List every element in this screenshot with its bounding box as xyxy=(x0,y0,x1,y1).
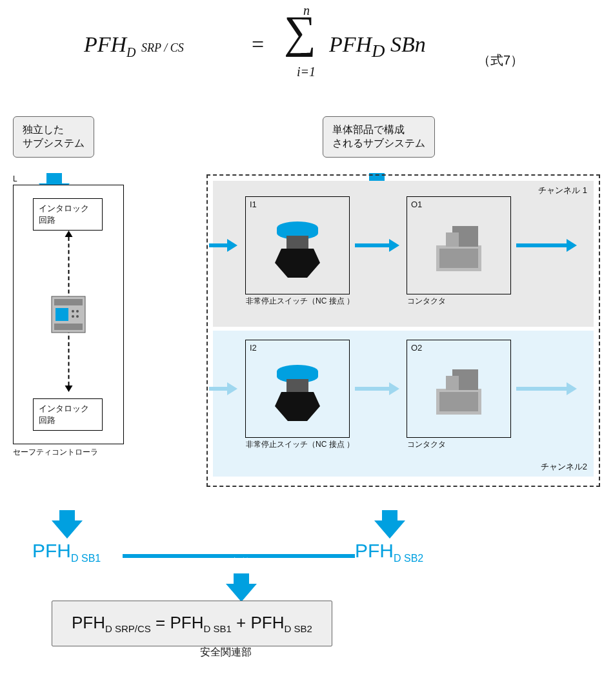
label-component-subsystem: 単体部品で構成 されるサブシステム xyxy=(323,116,435,158)
svg-rect-14 xyxy=(439,249,478,268)
sigma-icon: ∑ xyxy=(284,6,316,58)
pfh-sb1-sub: D SB1 xyxy=(71,553,101,564)
pfh-sb2-sub: D SB2 xyxy=(394,553,423,564)
channel-2-label: チャンネル2 xyxy=(541,461,587,473)
final-l: PFH xyxy=(72,613,105,632)
svg-rect-23 xyxy=(439,392,478,411)
final-r-sub: D SB2 xyxy=(285,623,312,634)
svg-rect-20 xyxy=(286,379,308,392)
o2-cell: O2 コンタクタ xyxy=(407,340,511,438)
svg-marker-12 xyxy=(275,249,320,278)
channel-1: チャンネル 1 I1 非常停止スイッチ（NC 接点 ） O1 xyxy=(213,181,594,327)
eq7-lhs: PFHD SRP / CS xyxy=(84,32,184,60)
o2-tag: O2 xyxy=(411,343,422,353)
svg-rect-16 xyxy=(446,232,459,247)
contactor-icon xyxy=(430,363,488,424)
final-caption: 安全関連部 xyxy=(200,646,252,659)
down-arrow-icon xyxy=(226,584,257,602)
label-independent-subsystem: 独立した サブシステム xyxy=(13,116,94,158)
svg-rect-25 xyxy=(446,376,459,390)
down-arrow-icon xyxy=(52,520,83,539)
svg-marker-21 xyxy=(275,392,320,421)
equation-7: PFHD SRP / CS = n ∑ i=1 PFHD SBn （式7） xyxy=(13,13,600,90)
o1-tag: O1 xyxy=(411,200,422,209)
o1-caption: コンタクタ xyxy=(407,296,446,307)
svg-point-4 xyxy=(72,310,74,313)
safety-controller-block: L インタロック 回路 インタロック 回路 セーフティコントローラ xyxy=(13,174,142,458)
pfh-sb1: PFHD SB1 xyxy=(32,540,101,564)
eq7-rhs-base: PFH xyxy=(329,32,372,56)
eq7-sigma-bottom: i=1 xyxy=(297,65,316,79)
add-label: 加算 xyxy=(232,557,250,568)
pfh-sb1-base: PFH xyxy=(32,540,71,561)
o1-cell: O1 コンタクタ xyxy=(407,196,511,294)
final-m-sub: D SB1 xyxy=(204,623,232,634)
i1-caption: 非常停止スイッチ（NC 接点 ） xyxy=(246,296,354,307)
eq7-label: （式7） xyxy=(477,52,523,69)
channel-2: チャンネル2 I2 非常停止スイッチ（NC 接点 ） O2 xyxy=(213,331,594,477)
eq7-lhs-sub2: SRP / CS xyxy=(141,41,184,54)
add-arrow: 加算 xyxy=(226,584,257,602)
channel-1-label: チャンネル 1 xyxy=(538,185,587,196)
svg-rect-11 xyxy=(286,236,308,249)
eq7-rhs: PFHD SBn xyxy=(329,32,426,61)
final-plus: + xyxy=(236,613,250,632)
svg-point-7 xyxy=(76,315,79,318)
i2-caption: 非常停止スイッチ（NC 接点 ） xyxy=(246,439,354,450)
convert-arrow-left: 変換 xyxy=(52,520,83,539)
down-arrow-icon xyxy=(374,520,405,539)
i2-cell: I2 非常停止スイッチ（NC 接点 ） xyxy=(245,340,350,438)
i1-tag: I1 xyxy=(250,200,257,209)
final-m: PFH xyxy=(170,613,204,632)
safety-controller-icon xyxy=(50,295,86,336)
i1-cell: I1 非常停止スイッチ（NC 接点 ） xyxy=(245,196,350,294)
svg-point-6 xyxy=(72,315,74,318)
svg-rect-1 xyxy=(54,299,83,305)
convert-label: 変換 xyxy=(381,493,399,505)
safety-controller-caption: セーフティコントローラ xyxy=(13,447,142,458)
eq7-lhs-base: PFH xyxy=(84,32,126,56)
contactor-icon xyxy=(430,220,488,280)
corner-label-L: L xyxy=(13,174,142,183)
pfh-sb2: PFHD SB2 xyxy=(355,540,423,564)
final-r: PFH xyxy=(251,613,285,632)
svg-rect-2 xyxy=(54,324,83,330)
eq7-rhs-sub1: D xyxy=(372,41,385,61)
final-eq: = xyxy=(156,613,170,632)
final-l-sub: D SRP/CS xyxy=(105,623,151,634)
component-subsystem-block: チャンネル 1 I1 非常停止スイッチ（NC 接点 ） O1 xyxy=(206,174,600,487)
interlock-circuit-box: インタロック 回路 xyxy=(33,198,103,231)
svg-point-5 xyxy=(76,310,79,313)
eq7-rhs-sub2: SBn xyxy=(390,32,426,56)
svg-rect-3 xyxy=(55,308,68,321)
o2-caption: コンタクタ xyxy=(407,439,446,450)
i2-tag: I2 xyxy=(250,343,257,353)
pfh-sb2-base: PFH xyxy=(355,540,394,561)
convert-label: 変換 xyxy=(58,493,76,505)
emergency-stop-icon xyxy=(268,360,327,427)
emergency-stop-icon xyxy=(268,216,327,283)
interlock-circuit-box: インタロック 回路 xyxy=(33,398,103,431)
convert-arrow-right: 変換 xyxy=(374,520,405,539)
eq7-lhs-sub1: D xyxy=(126,45,136,59)
eq7-equals: = xyxy=(252,32,264,57)
